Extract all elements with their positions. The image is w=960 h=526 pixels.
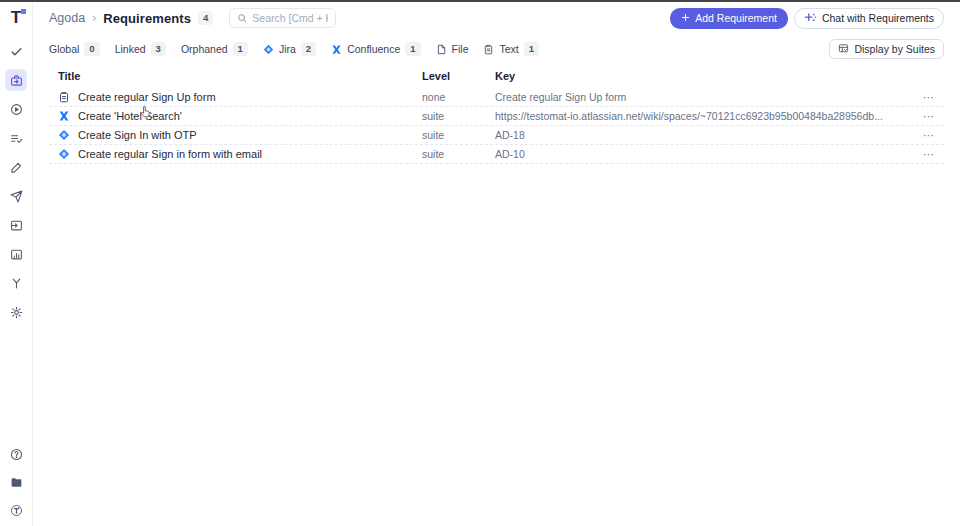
requirements-icon — [10, 74, 23, 87]
column-header-key: Key — [495, 70, 910, 82]
filter-bar: Global 0 Linked 3 Orphaned 1 Jira 2 Conf… — [49, 38, 944, 60]
filter-tab-confluence[interactable]: Confluence 1 — [331, 42, 420, 56]
jira-icon — [263, 44, 274, 55]
sidebar-item-report[interactable] — [5, 243, 27, 265]
app-logo[interactable]: T — [6, 7, 26, 29]
row-menu-button[interactable]: ⋯ — [910, 111, 944, 122]
sidebar-item-requirements[interactable] — [5, 69, 27, 91]
profile-icon — [10, 504, 23, 517]
checklist-icon — [10, 132, 23, 145]
filter-label: Linked — [115, 43, 146, 55]
row-menu-button[interactable]: ⋯ — [910, 149, 944, 160]
topbar: Agoda › Requirements 4 Add Requirement — [49, 2, 944, 34]
filter-tab-jira[interactable]: Jira 2 — [263, 42, 316, 56]
row-level: suite — [422, 110, 495, 122]
sidebar-nav — [5, 40, 27, 323]
table-body: Create regular Sign Up form none Create … — [49, 88, 944, 164]
file-icon — [436, 44, 447, 55]
row-menu-button[interactable]: ⋯ — [910, 130, 944, 141]
row-key[interactable]: AD-18 — [495, 129, 910, 141]
requirements-table: Title Level Key Create regular Sign Up f… — [49, 66, 944, 164]
table-row[interactable]: Create regular Sign Up form none Create … — [49, 88, 944, 107]
filter-count-badge: 1 — [233, 42, 248, 56]
help-icon — [10, 448, 23, 461]
display-by-suites-button[interactable]: Display by Suites — [829, 39, 944, 59]
sidebar-item-import[interactable] — [5, 214, 27, 236]
filter-count-badge: 3 — [151, 42, 166, 56]
main-area: Agoda › Requirements 4 Add Requirement — [33, 2, 960, 526]
breadcrumb-separator: › — [92, 11, 96, 25]
filter-count-badge: 2 — [301, 42, 316, 56]
text-icon — [483, 44, 494, 55]
breadcrumb: Agoda › Requirements 4 — [49, 11, 213, 26]
filter-tab-orphaned[interactable]: Orphaned 1 — [181, 42, 248, 56]
filter-label: Text — [499, 43, 518, 55]
settings-icon — [10, 306, 23, 319]
breadcrumb-project[interactable]: Agoda — [49, 11, 85, 25]
sidebar-item-checklist[interactable] — [5, 127, 27, 149]
row-key[interactable]: Create regular Sign Up form — [495, 91, 910, 103]
add-requirement-button[interactable]: Add Requirement — [670, 8, 788, 29]
filter-label: Confluence — [347, 43, 400, 55]
plus-icon — [681, 12, 690, 24]
filter-tab-linked[interactable]: Linked 3 — [115, 42, 166, 56]
send-icon — [10, 190, 23, 203]
table-row[interactable]: Create Sign In with OTP suite AD-18 ⋯ — [49, 126, 944, 145]
filter-label: File — [452, 43, 469, 55]
sidebar-item-profile[interactable] — [5, 499, 27, 521]
row-title[interactable]: Create Sign In with OTP — [78, 129, 197, 141]
display-grid-icon — [838, 43, 849, 56]
row-key[interactable]: https://testomat-io.atlassian.net/wiki/s… — [495, 110, 910, 122]
filter-tab-global[interactable]: Global 0 — [49, 42, 100, 56]
app-logo-accent — [21, 9, 26, 14]
filter-count-badge: 0 — [84, 42, 99, 56]
topbar-actions: Add Requirement Chat with Requirements — [670, 8, 944, 29]
chat-with-requirements-button[interactable]: Chat with Requirements — [794, 8, 944, 29]
row-title[interactable]: Create 'Hotel Search' — [78, 110, 182, 122]
table-header: Title Level Key — [49, 66, 944, 86]
filter-count-badge: 1 — [405, 42, 420, 56]
filter-count-badge: 1 — [524, 42, 539, 56]
row-level: none — [422, 91, 495, 103]
filter-label: Global — [49, 43, 79, 55]
sidebar-item-check[interactable] — [5, 40, 27, 62]
branch-icon — [10, 277, 23, 290]
page-title: Requirements — [103, 11, 191, 26]
sidebar-item-help[interactable] — [5, 443, 27, 465]
sidebar-item-settings[interactable] — [5, 301, 27, 323]
import-icon — [10, 219, 23, 232]
row-title[interactable]: Create regular Sign in form with email — [78, 148, 262, 160]
sidebar-bottom — [5, 443, 27, 521]
search-box[interactable] — [229, 8, 336, 28]
check-icon — [10, 45, 23, 58]
filter-tab-file[interactable]: File — [436, 43, 469, 55]
sidebar-item-folder[interactable] — [5, 471, 27, 493]
jira-icon — [58, 148, 70, 160]
folder-icon — [10, 476, 23, 489]
column-header-level: Level — [422, 70, 495, 82]
search-icon — [237, 9, 247, 27]
display-by-suites-label: Display by Suites — [854, 43, 935, 55]
row-menu-button[interactable]: ⋯ — [910, 92, 944, 103]
row-key[interactable]: AD-10 — [495, 148, 910, 160]
sidebar-item-branch[interactable] — [5, 272, 27, 294]
row-title[interactable]: Create regular Sign Up form — [78, 91, 216, 103]
confluence-icon — [331, 44, 342, 55]
text-icon — [58, 91, 70, 103]
search-input[interactable] — [252, 12, 328, 24]
sidebar-item-send[interactable] — [5, 185, 27, 207]
sidebar-item-runs[interactable] — [5, 98, 27, 120]
runs-icon — [10, 103, 23, 116]
table-row[interactable]: Create 'Hotel Search' suite https://test… — [49, 107, 944, 126]
ai-sparkle-icon — [804, 12, 817, 25]
sidebar-item-pencil[interactable] — [5, 156, 27, 178]
report-icon — [10, 248, 23, 261]
table-row[interactable]: Create regular Sign in form with email s… — [49, 145, 944, 164]
filter-tab-text[interactable]: Text 1 — [483, 42, 539, 56]
jira-icon — [58, 129, 70, 141]
filter-label: Orphaned — [181, 43, 228, 55]
confluence-icon — [58, 110, 70, 122]
pencil-icon — [10, 161, 23, 174]
row-level: suite — [422, 129, 495, 141]
add-requirement-label: Add Requirement — [695, 12, 777, 24]
